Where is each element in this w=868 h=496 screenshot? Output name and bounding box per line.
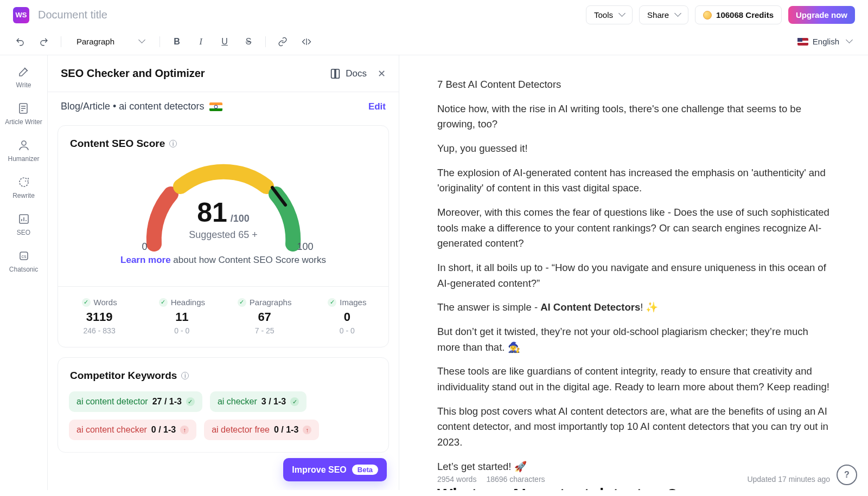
gauge-suggested: Suggested 65 + (189, 229, 258, 241)
style-label: Paragraph (76, 37, 114, 46)
improve-seo-button[interactable]: Improve SEO Beta (283, 458, 387, 481)
paragraph-style-select[interactable]: Paragraph (71, 34, 150, 49)
chip-count: 27 / 1-3 (152, 397, 182, 407)
editor-paragraph[interactable]: Notice how, with the rise in AI writing … (437, 101, 830, 132)
credits-pill[interactable]: 106068 Credits (695, 5, 782, 24)
info-icon[interactable]: i (169, 140, 177, 147)
stat-value: 67 (228, 310, 302, 324)
check-icon: ✓ (238, 298, 246, 307)
language-label: English (813, 37, 839, 46)
rail-write[interactable]: Write (16, 65, 31, 89)
editor-paragraph[interactable]: But don’t get it twisted, they’re not yo… (437, 324, 830, 355)
strike-button[interactable]: S (241, 35, 256, 49)
keywords-title-text: Competitor Keywords (70, 370, 177, 382)
stat-words: ✓Words 3119 246 - 833 (58, 287, 141, 347)
text-bold: AI Content Detectors (540, 301, 640, 313)
editor-paragraph[interactable]: Yup, you guessed it! (437, 141, 830, 157)
check-icon: ✓ (290, 397, 299, 406)
code-button[interactable] (299, 35, 314, 49)
toolbar-separator (61, 36, 61, 47)
stat-headings: ✓Headings 11 0 - 0 (141, 287, 223, 347)
keyword-chip[interactable]: ai checker 3 / 1-3 ✓ (210, 391, 307, 412)
header-right: Tools Share 106068 Credits Upgrade now (586, 5, 855, 24)
bold-button[interactable]: B (170, 35, 184, 49)
keywords-card: Competitor Keywords i ai content detecto… (58, 357, 389, 453)
italic-button[interactable]: I (194, 35, 208, 49)
status-chars: 18696 characters (486, 475, 545, 484)
text-run: ! ✨ (640, 301, 658, 313)
upgrade-button[interactable]: Upgrade now (788, 6, 855, 24)
rail-chatsonic-label: Chatsonic (9, 266, 38, 273)
improve-bar: Improve SEO Beta (48, 449, 399, 490)
editor-heading[interactable]: What are AI content detectors? (437, 485, 830, 490)
stat-label: Paragraphs (250, 298, 292, 307)
seo-panel: SEO Checker and Optimizer Docs ✕ Blog/Ar… (48, 55, 399, 490)
keyword-chips: ai content detector 27 / 1-3 ✓ ai checke… (58, 382, 388, 452)
chip-text: ai checker (218, 397, 257, 407)
stat-range: 0 - 0 (310, 326, 384, 335)
gauge-wrap: 0 100 81 /100 Suggested 65 + (70, 150, 376, 286)
tools-dropdown[interactable]: Tools (586, 5, 633, 24)
rail-rewrite-label: Rewrite (12, 192, 35, 199)
rail-humanizer[interactable]: Humanizer (8, 139, 39, 163)
panel-scroll-area[interactable]: Content SEO Score i 0 100 (48, 121, 399, 490)
learn-more-rest: about how Content SEO Score works (171, 255, 326, 265)
panel-header: SEO Checker and Optimizer Docs ✕ (48, 55, 399, 92)
main-layout: Write Article Writer Humanizer Rewrite S… (0, 55, 868, 490)
check-icon: ✓ (328, 298, 336, 307)
credits-text: 106068 Credits (716, 10, 774, 20)
stat-range: 246 - 833 (62, 326, 136, 335)
editor-paragraph[interactable]: Let’s get started! 🚀 (437, 459, 830, 475)
toolbar-separator (265, 36, 266, 47)
panel-title: SEO Checker and Optimizer (61, 67, 205, 80)
rail-seo-label: SEO (17, 229, 30, 236)
share-dropdown[interactable]: Share (639, 5, 688, 24)
side-rail: Write Article Writer Humanizer Rewrite S… (0, 55, 48, 490)
document-editor[interactable]: 7 Best AI Content Detectors Notice how, … (399, 55, 868, 490)
header-left: WS Document title (13, 7, 107, 23)
editor-paragraph[interactable]: The explosion of AI-generated content ha… (437, 165, 830, 196)
info-icon[interactable]: i (181, 372, 189, 379)
editor-paragraph[interactable]: In short, it all boils up to - “How do y… (437, 260, 830, 291)
language-select[interactable]: English (797, 37, 855, 46)
doc-title-input[interactable]: Document title (38, 9, 107, 21)
redo-button[interactable] (37, 35, 51, 49)
stat-label: Headings (171, 298, 205, 307)
keyword-chip[interactable]: ai detector free 0 / 1-3 ↑ (204, 420, 319, 440)
keyword-chip[interactable]: ai content checker 0 / 1-3 ↑ (69, 420, 196, 440)
stat-label: Images (340, 298, 366, 307)
stats-grid: ✓Words 3119 246 - 833 ✓Headings 11 0 - 0… (58, 286, 388, 347)
rail-article-writer[interactable]: Article Writer (5, 102, 42, 126)
app-header: WS Document title Tools Share 106068 Cre… (0, 0, 868, 30)
check-icon: ✓ (82, 298, 91, 307)
undo-button[interactable] (13, 35, 27, 49)
editor-paragraph[interactable]: The answer is simple - AI Content Detect… (437, 300, 830, 315)
app-logo[interactable]: WS (13, 7, 29, 23)
flag-india-icon (209, 102, 222, 111)
editor-toolbar: Paragraph B I U S English (0, 30, 868, 55)
keywords-title: Competitor Keywords i (70, 370, 376, 382)
editor-paragraph[interactable]: Moreover, with this comes the fear of qu… (437, 205, 830, 252)
rail-seo[interactable]: SEO (17, 212, 30, 236)
link-button[interactable] (276, 35, 290, 49)
rail-chatsonic[interactable]: cs Chatsonic (9, 249, 38, 273)
learn-more-row: Learn more about how Content SEO Score w… (120, 255, 326, 275)
editor-paragraph[interactable]: 7 Best AI Content Detectors (437, 77, 830, 93)
editor-paragraph[interactable]: These tools are like guardians of conten… (437, 364, 830, 395)
learn-more-link[interactable]: Learn more (120, 255, 171, 265)
beta-badge: Beta (352, 465, 378, 475)
text-run: The answer is simple - (437, 301, 540, 313)
close-panel-button[interactable]: ✕ (378, 68, 386, 80)
toolbar-separator (159, 36, 160, 47)
coin-icon (703, 11, 712, 20)
editor-paragraph[interactable]: This blog post covers what AI content de… (437, 404, 830, 450)
chip-count: 3 / 1-3 (261, 397, 286, 407)
help-fab[interactable]: ? (837, 465, 857, 485)
edit-link[interactable]: Edit (368, 101, 386, 112)
keyword-chip[interactable]: ai content detector 27 / 1-3 ✓ (69, 391, 202, 412)
docs-link[interactable]: Docs (329, 68, 367, 80)
underline-button[interactable]: U (218, 35, 232, 49)
stat-value: 3119 (62, 310, 136, 324)
rail-humanizer-label: Humanizer (8, 155, 39, 163)
rail-rewrite[interactable]: Rewrite (12, 176, 35, 199)
